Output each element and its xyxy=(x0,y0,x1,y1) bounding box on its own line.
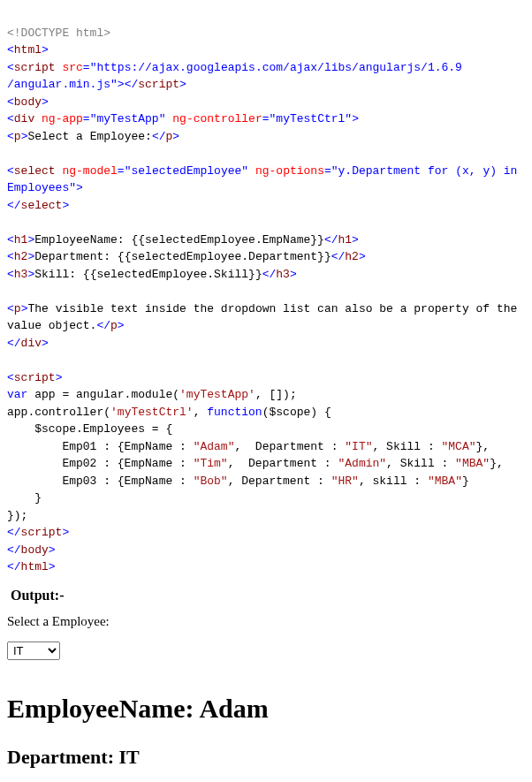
output-h1: EmployeeName: Adam xyxy=(7,688,525,728)
employee-select[interactable]: IT xyxy=(7,642,60,660)
select-prompt: Select a Employee: xyxy=(7,611,525,632)
code-block: <!DOCTYPE html> <html> <script src="http… xyxy=(7,7,525,576)
doctype: <!DOCTYPE html> xyxy=(7,27,110,40)
output-label: Output:- xyxy=(11,585,525,606)
output-section: Output:- Select a Employee: IT EmployeeN… xyxy=(7,585,525,783)
output-h2: Department: IT xyxy=(7,742,525,771)
